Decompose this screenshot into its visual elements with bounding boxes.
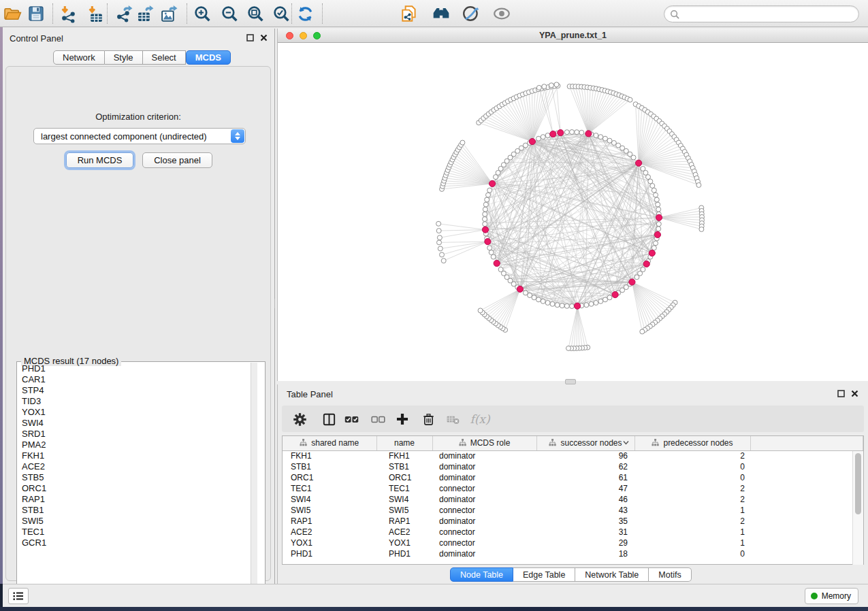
network-node[interactable] (654, 197, 659, 202)
network-node[interactable] (483, 217, 487, 222)
network-node[interactable] (542, 84, 547, 89)
network-hub-node[interactable] (585, 131, 592, 137)
network-hub-node[interactable] (574, 303, 580, 309)
tab-select[interactable]: Select (143, 50, 186, 65)
table-row[interactable]: YOX1YOX1connector291 (283, 538, 863, 548)
network-hub-node[interactable] (485, 239, 491, 245)
status-menu-button[interactable] (8, 588, 29, 604)
network-node[interactable] (440, 252, 445, 257)
mcds-result-item[interactable]: ACE2 (18, 461, 257, 472)
mcds-result-item[interactable]: STP4 (18, 385, 257, 396)
table-row[interactable]: TEC1TEC1connector472 (283, 483, 863, 494)
network-node[interactable] (564, 303, 569, 308)
table-row[interactable]: ORC1ORC1dominator610 (283, 472, 863, 483)
network-node[interactable] (656, 207, 661, 212)
network-hub-node[interactable] (612, 292, 618, 298)
clone-network-icon[interactable] (398, 2, 421, 25)
network-node[interactable] (491, 254, 496, 259)
tab-network-table[interactable]: Network Table (575, 567, 649, 582)
network-node[interactable] (652, 188, 656, 193)
network-node[interactable] (486, 193, 491, 197)
network-node[interactable] (654, 193, 658, 197)
network-hub-node[interactable] (654, 231, 660, 237)
network-node[interactable] (594, 133, 598, 138)
table-row[interactable]: PHD1PHD1dominator180 (283, 548, 863, 559)
network-graph[interactable] (278, 43, 868, 381)
network-node[interactable] (607, 138, 612, 143)
table-row[interactable]: SWI4SWI4dominator462 (283, 494, 863, 505)
col-header-mcds-role[interactable]: MCDS role (432, 436, 536, 450)
apply-layout-icon[interactable] (293, 2, 317, 25)
network-node[interactable] (696, 183, 701, 188)
tab-node-table[interactable]: Node Table (450, 567, 513, 582)
network-node[interactable] (460, 140, 465, 145)
mcds-result-list[interactable]: PHD1CAR1STP4TID3YOX1SWI4SRD1PMA2FKH1ACE2… (18, 363, 257, 606)
network-node[interactable] (485, 197, 489, 202)
network-node[interactable] (487, 188, 492, 193)
select-all-rows-icon[interactable] (342, 410, 360, 428)
delete-table-icon[interactable] (444, 410, 462, 428)
close-panel-icon[interactable] (851, 390, 858, 397)
table-scrollbar-thumb[interactable] (855, 453, 861, 514)
network-node[interactable] (650, 184, 655, 188)
network-node[interactable] (545, 301, 550, 306)
col-header-name[interactable]: name (376, 436, 432, 450)
import-network-icon[interactable] (57, 2, 80, 25)
tab-motifs[interactable]: Motifs (649, 567, 691, 582)
add-column-icon[interactable] (393, 410, 411, 428)
network-node[interactable] (656, 222, 661, 227)
result-scrollbar[interactable] (251, 363, 257, 606)
mcds-result-item[interactable]: GCR1 (18, 538, 257, 548)
network-node[interactable] (699, 227, 704, 232)
mcds-result-item[interactable]: CAR1 (18, 374, 257, 385)
close-panel-button[interactable]: Close panel (142, 152, 212, 168)
network-node[interactable] (536, 85, 541, 90)
network-node[interactable] (579, 130, 584, 135)
network-node[interactable] (560, 303, 564, 308)
birds-eye-view-icon[interactable] (490, 2, 513, 25)
network-node[interactable] (555, 303, 560, 308)
network-node[interactable] (656, 227, 661, 231)
network-hub-node[interactable] (636, 160, 642, 166)
network-node[interactable] (483, 212, 487, 216)
import-table-icon[interactable] (84, 2, 107, 25)
network-node[interactable] (541, 135, 545, 139)
graphics-details-icon[interactable] (460, 2, 483, 25)
network-node[interactable] (628, 97, 632, 102)
col-header-shared-name[interactable]: shared name (283, 436, 376, 450)
network-hub-node[interactable] (482, 227, 488, 233)
network-node[interactable] (545, 133, 550, 138)
network-node[interactable] (640, 329, 645, 334)
zoom-fit-icon[interactable] (244, 2, 267, 25)
network-node[interactable] (631, 155, 636, 160)
zoom-in-icon[interactable] (191, 2, 214, 25)
mcds-result-item[interactable]: STB5 (18, 472, 257, 483)
col-header-predecessor-nodes[interactable]: predecessor nodes (634, 436, 750, 450)
network-node[interactable] (549, 83, 553, 88)
network-node[interactable] (441, 259, 446, 263)
mcds-result-item[interactable]: PMA2 (18, 440, 257, 450)
export-image-icon[interactable] (157, 2, 180, 25)
export-table-icon[interactable] (133, 2, 157, 25)
float-panel-icon[interactable] (837, 390, 845, 397)
network-hub-node[interactable] (529, 138, 535, 144)
mcds-result-item[interactable]: STB1 (18, 505, 257, 516)
network-node[interactable] (483, 202, 488, 207)
network-node[interactable] (436, 229, 441, 233)
network-hub-node[interactable] (489, 180, 496, 186)
network-hub-node[interactable] (643, 261, 649, 267)
network-node[interactable] (536, 136, 541, 141)
mcds-result-item[interactable]: SWI4 (18, 418, 257, 429)
network-node[interactable] (594, 301, 598, 306)
mcds-result-item[interactable]: TEC1 (18, 527, 257, 538)
network-hub-node[interactable] (558, 130, 564, 136)
network-hub-node[interactable] (629, 279, 635, 285)
table-row[interactable]: RAP1RAP1dominator352 (283, 516, 863, 527)
network-window-titlebar[interactable]: YPA_prune.txt_1 (278, 29, 868, 43)
network-node[interactable] (648, 179, 653, 184)
tab-mcds[interactable]: MCDS (186, 50, 231, 65)
mcds-result-item[interactable]: SWI5 (18, 516, 257, 527)
network-node[interactable] (523, 291, 528, 295)
network-node[interactable] (646, 175, 651, 180)
network-node[interactable] (566, 346, 571, 350)
